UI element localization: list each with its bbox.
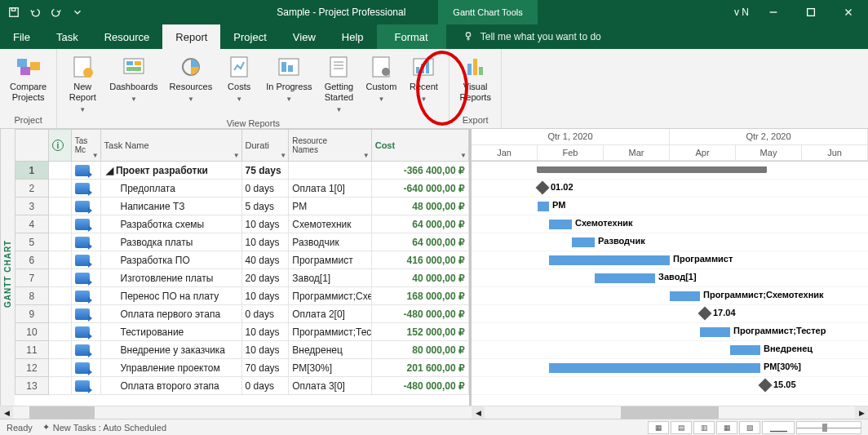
cell-info[interactable] <box>49 287 72 305</box>
cell-duration[interactable]: 5 days <box>242 198 290 215</box>
cell-resources[interactable]: Программист;Схемотехник <box>289 287 371 305</box>
cell-mode[interactable] <box>72 198 101 215</box>
cell-mode[interactable] <box>72 215 101 233</box>
cell-resources[interactable]: Оплата 1[0] <box>289 180 371 198</box>
task-bar[interactable] <box>538 202 549 211</box>
cell-taskname[interactable]: Разработка схемы <box>101 215 242 233</box>
header-resources[interactable]: Resource Names▼ <box>289 129 371 162</box>
task-bar[interactable] <box>730 345 760 355</box>
cell-mode[interactable] <box>72 305 101 323</box>
table-row[interactable]: 3Написание ТЗ5 daysPM48 000,00 ₽ <box>15 198 469 215</box>
cell-resources[interactable]: Завод[1] <box>289 269 371 287</box>
cell-cost[interactable]: 40 000,00 ₽ <box>372 269 469 287</box>
zoom-slider[interactable] <box>796 421 861 434</box>
cell-duration[interactable]: 10 days <box>242 233 290 251</box>
task-bar[interactable] <box>549 255 670 265</box>
close-button[interactable] <box>830 0 866 24</box>
cell-duration[interactable]: 75 days <box>242 162 290 180</box>
milestone[interactable] <box>759 379 773 393</box>
cell-cost[interactable]: -640 000,00 ₽ <box>372 180 469 198</box>
header-info[interactable]: i <box>49 129 72 162</box>
table-row[interactable]: 5Разводка платы10 daysРазводчик64 000,00… <box>15 233 469 251</box>
cell-resources[interactable]: Оплата 2[0] <box>289 305 371 323</box>
cell-info[interactable] <box>49 269 72 287</box>
new-report-button[interactable]: New Report▼ <box>62 52 103 117</box>
task-bar[interactable] <box>700 327 730 337</box>
cell-duration[interactable]: 0 days <box>242 377 290 395</box>
task-bar[interactable] <box>549 220 572 229</box>
milestone[interactable] <box>536 181 550 195</box>
cell-resources[interactable]: Программист <box>289 251 371 269</box>
cell-cost[interactable]: 80 000,00 ₽ <box>372 341 469 359</box>
row-number[interactable]: 11 <box>15 341 49 359</box>
cell-mode[interactable] <box>72 180 101 198</box>
header-cost[interactable]: Cost▼ <box>372 129 469 162</box>
row-number[interactable]: 6 <box>15 251 49 269</box>
cell-info[interactable] <box>49 377 72 395</box>
cell-duration[interactable]: 10 days <box>242 215 290 233</box>
cell-taskname[interactable]: Разводка платы <box>101 233 242 251</box>
redo-button[interactable] <box>47 3 65 21</box>
cell-info[interactable] <box>49 305 72 323</box>
cell-duration[interactable]: 0 days <box>242 180 290 198</box>
cell-resources[interactable]: Схемотехник <box>289 215 371 233</box>
row-number[interactable]: 8 <box>15 287 49 305</box>
cell-duration[interactable]: 10 days <box>242 341 290 359</box>
row-number[interactable]: 4 <box>15 215 49 233</box>
table-row[interactable]: 11Внедрение у заказчика10 daysВнедренец8… <box>15 341 469 359</box>
cell-info[interactable] <box>49 251 72 269</box>
cell-cost[interactable]: 416 000,00 ₽ <box>372 251 469 269</box>
task-bar[interactable] <box>549 363 760 373</box>
dashboards-button[interactable]: Dashboards▼ <box>104 52 162 117</box>
row-number[interactable]: 12 <box>15 359 49 377</box>
header-taskname[interactable]: Task Name▼ <box>101 129 242 162</box>
tab-project[interactable]: Project <box>220 24 279 49</box>
cell-duration[interactable]: 0 days <box>242 305 290 323</box>
cell-duration[interactable]: 10 days <box>242 323 290 341</box>
view-side-label[interactable]: GANTT CHART <box>0 129 15 419</box>
view-report-button[interactable]: ▧ <box>739 421 760 434</box>
cell-taskname[interactable]: Перенос ПО на плату <box>101 287 242 305</box>
cell-resources[interactable]: Разводчик <box>289 233 371 251</box>
row-number[interactable]: 13 <box>15 377 49 395</box>
custom-button[interactable]: Custom▼ <box>361 52 401 117</box>
cell-taskname[interactable]: Изготовление платы <box>101 269 242 287</box>
cell-resources[interactable]: PM <box>289 198 371 215</box>
tab-view[interactable]: View <box>280 24 329 49</box>
cell-mode[interactable] <box>72 162 101 180</box>
row-number[interactable]: 10 <box>15 323 49 341</box>
cell-mode[interactable] <box>72 233 101 251</box>
table-row[interactable]: 7Изготовление платы20 daysЗавод[1]40 000… <box>15 269 469 287</box>
getting-started-button[interactable]: Getting Started▼ <box>318 52 359 117</box>
cell-mode[interactable] <box>72 251 101 269</box>
cell-taskname[interactable]: Написание ТЗ <box>101 198 242 215</box>
cell-cost[interactable]: 48 000,00 ₽ <box>372 198 469 215</box>
resources-button[interactable]: Resources▼ <box>165 52 218 117</box>
tab-format[interactable]: Format <box>377 24 446 49</box>
cell-duration[interactable]: 10 days <box>242 287 290 305</box>
table-row[interactable]: 2Предоплата0 daysОплата 1[0]-640 000,00 … <box>15 180 469 198</box>
tab-resource[interactable]: Resource <box>91 24 163 49</box>
cell-cost[interactable]: -480 000,00 ₽ <box>372 305 469 323</box>
cell-cost[interactable]: 64 000,00 ₽ <box>372 215 469 233</box>
zoom-out-button[interactable]: ▁▁▁ <box>762 421 795 434</box>
cell-mode[interactable] <box>72 359 101 377</box>
cell-taskname[interactable]: Разработка ПО <box>101 251 242 269</box>
task-bar[interactable] <box>572 237 595 247</box>
cell-taskname[interactable]: Управление проектом <box>101 359 242 377</box>
cell-cost[interactable]: -480 000,00 ₽ <box>372 377 469 395</box>
cell-resources[interactable] <box>289 162 371 180</box>
cell-resources[interactable]: PM[30%] <box>289 359 371 377</box>
cell-duration[interactable]: 70 days <box>242 359 290 377</box>
tab-help[interactable]: Help <box>329 24 377 49</box>
milestone[interactable] <box>698 307 712 321</box>
cell-resources[interactable]: Внедренец <box>289 341 371 359</box>
save-button[interactable] <box>5 3 23 21</box>
summary-bar[interactable] <box>538 166 766 173</box>
cell-taskname[interactable]: Внедрение у заказчика <box>101 341 242 359</box>
table-row[interactable]: 9Оплата первого этапа0 daysОплата 2[0]-4… <box>15 305 469 323</box>
status-newtasks[interactable]: ✦ New Tasks : Auto Scheduled <box>42 422 166 433</box>
gantt-scrollbar[interactable]: ◀▶ <box>472 406 868 419</box>
cell-cost[interactable]: 152 000,00 ₽ <box>372 323 469 341</box>
row-number[interactable]: 2 <box>15 180 49 198</box>
